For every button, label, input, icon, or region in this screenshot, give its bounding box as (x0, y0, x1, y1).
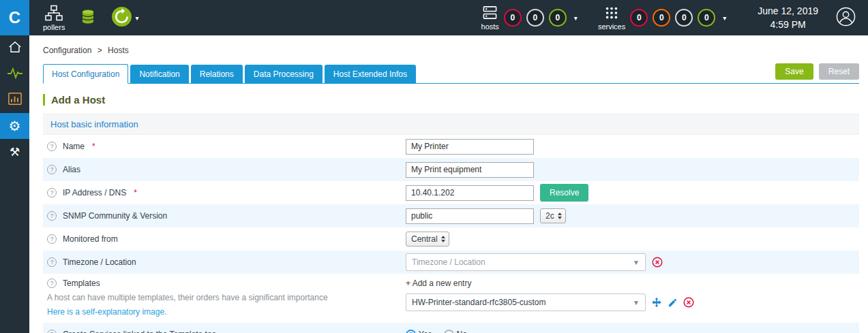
ip-address-input[interactable] (406, 185, 534, 201)
tab-host-extended-infos[interactable]: Host Extended Infos (325, 65, 416, 83)
form-actions: Save Reset (775, 63, 859, 80)
services-critical-badge[interactable]: 0 (630, 9, 648, 27)
templates-label: Templates (63, 279, 100, 288)
services-menu[interactable]: services (598, 5, 625, 31)
form-row-templates: ? Templates A host can have multiple tem… (43, 274, 859, 323)
create-services-yes-option: Yes (406, 330, 438, 333)
radio-yes-label: Yes (419, 330, 432, 333)
form-row-alias: ? Alias (43, 158, 859, 181)
help-icon[interactable]: ? (47, 165, 57, 174)
template-entry: HW-Printer-standard-rfc3805-custom ▼ (406, 294, 694, 311)
main-content: Configuration > Hosts Host Configuration… (29, 35, 868, 333)
breadcrumb: Configuration > Hosts (43, 35, 859, 55)
add-template-entry-link[interactable]: + Add a new entry (406, 279, 471, 288)
home-icon (8, 40, 23, 57)
timezone-label: Timezone / Location (63, 257, 136, 267)
chevron-down-icon: ▼ (633, 259, 640, 266)
chart-icon (8, 92, 23, 108)
services-ok-badge[interactable]: 0 (698, 9, 715, 27)
user-menu[interactable] (836, 7, 856, 29)
field-label-group: ? Monitored from (43, 234, 406, 244)
tab-notification[interactable]: Notification (130, 65, 188, 83)
template-select[interactable]: HW-Printer-standard-rfc3805-custom ▼ (406, 294, 646, 311)
hosts-up-badge[interactable]: 0 (549, 9, 567, 27)
services-unknown-badge[interactable]: 0 (675, 9, 693, 27)
tab-host-configuration[interactable]: Host Configuration (43, 64, 128, 84)
help-icon[interactable]: ? (47, 234, 57, 244)
required-marker: * (134, 188, 137, 197)
chevron-down-icon: ▼ (633, 299, 640, 306)
resolve-button[interactable]: Resolve (540, 184, 588, 202)
chevron-down-icon[interactable]: ▾ (135, 14, 138, 22)
pollers-menu[interactable]: pollers (43, 5, 65, 31)
clear-timezone-icon[interactable] (652, 257, 663, 268)
centreon-logo[interactable]: C (0, 0, 29, 35)
chevron-down-icon[interactable]: ▾ (574, 14, 578, 22)
snmp-version-select[interactable]: 2c (540, 208, 566, 223)
tools-icon: ⚒ (10, 145, 20, 159)
page-title: Add a Host (43, 94, 859, 106)
database-status[interactable] (80, 7, 96, 29)
sidebar: ⚙ ⚒ (0, 35, 29, 333)
timezone-select[interactable]: Timezone / Location ▼ (406, 253, 646, 271)
template-value: HW-Printer-standard-rfc3805-custom (412, 298, 546, 307)
services-icon (604, 5, 619, 22)
help-icon[interactable]: ? (47, 142, 57, 151)
select-arrows-icon (441, 236, 445, 242)
name-label: Name (63, 142, 85, 151)
templates-help-text: A host can have multiple templates, thei… (47, 293, 328, 302)
alias-input[interactable] (406, 162, 534, 178)
chevron-down-icon[interactable]: ▾ (723, 14, 726, 22)
sidebar-item-monitoring[interactable] (0, 61, 29, 87)
field-label-group: ? IP Address / DNS * (43, 188, 406, 197)
delete-template-icon[interactable] (683, 297, 694, 308)
hosts-menu[interactable]: hosts (481, 5, 499, 31)
edit-template-icon[interactable] (668, 298, 678, 308)
breadcrumb-separator: > (98, 46, 102, 55)
field-label-group: ? SNMP Community & Version (43, 211, 406, 221)
pollers-icon (45, 5, 63, 22)
tab-relations[interactable]: Relations (191, 65, 243, 83)
save-button[interactable]: Save (775, 63, 813, 80)
reset-button[interactable]: Reset (819, 63, 859, 80)
required-marker: * (92, 142, 95, 151)
breadcrumb-configuration[interactable]: Configuration (43, 46, 91, 55)
help-icon[interactable]: ? (47, 330, 57, 333)
hosts-down-badge[interactable]: 0 (504, 9, 522, 27)
templates-help-link[interactable]: Here is a self-explanatory image. (47, 307, 166, 317)
services-warning-badge[interactable]: 0 (653, 9, 670, 27)
help-icon[interactable]: ? (47, 257, 57, 267)
user-icon (836, 7, 856, 29)
snmp-community-input[interactable] (406, 208, 534, 224)
form-row-snmp: ? SNMP Community & Version 2c (43, 204, 859, 227)
help-icon[interactable]: ? (47, 188, 57, 197)
tab-data-processing[interactable]: Data Processing (245, 65, 323, 83)
field-label-group: ? Alias (43, 165, 406, 174)
hosts-status-group: hosts 0 0 0 ▾ (481, 5, 578, 31)
radio-no[interactable] (444, 330, 454, 333)
topbar: C pollers (0, 0, 868, 35)
breadcrumb-hosts[interactable]: Hosts (108, 46, 129, 55)
sidebar-item-configuration[interactable]: ⚙ (0, 113, 29, 139)
clock: June 12, 2019 4:59 PM (758, 4, 818, 32)
pulse-icon (7, 67, 23, 82)
sidebar-item-administration[interactable]: ⚒ (0, 139, 29, 165)
services-status-group: services 0 0 0 0 ▾ (598, 5, 726, 31)
radio-yes[interactable] (406, 330, 416, 333)
tab-bar: Host Configuration Notification Relation… (43, 64, 859, 84)
sidebar-item-reporting[interactable] (0, 87, 29, 113)
sidebar-item-home[interactable] (0, 35, 29, 61)
help-icon[interactable]: ? (47, 211, 57, 221)
hosts-icon (482, 5, 498, 22)
help-icon[interactable]: ? (47, 279, 57, 288)
select-arrows-icon (558, 212, 562, 219)
monitored-from-select[interactable]: Central (406, 232, 449, 247)
name-input[interactable] (406, 139, 534, 155)
hosts-unreachable-badge[interactable]: 0 (526, 9, 544, 27)
gear-icon: ⚙ (9, 118, 21, 134)
poller-health-status[interactable]: ▾ (111, 6, 138, 30)
hosts-label: hosts (481, 22, 499, 31)
field-label-group: ? Timezone / Location (43, 257, 406, 267)
topbar-right-cluster: hosts 0 0 0 ▾ services 0 0 0 0 (481, 0, 868, 35)
move-template-icon[interactable] (651, 297, 662, 308)
